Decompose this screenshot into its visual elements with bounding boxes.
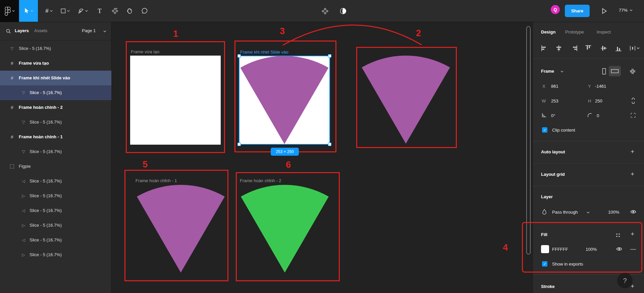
- h-field-label: H: [588, 98, 591, 103]
- frame-icon: #: [45, 8, 48, 14]
- layer-row[interactable]: ◁Slice - 5 (16.7%): [0, 203, 111, 218]
- align-left-icon[interactable]: [541, 45, 548, 51]
- layer-row[interactable]: Figpie: [0, 159, 111, 174]
- landscape-orientation-icon: [611, 69, 619, 73]
- component-tool[interactable]: [108, 0, 121, 22]
- rotation-field[interactable]: 0°: [551, 113, 555, 118]
- tab-design[interactable]: Design: [541, 29, 555, 34]
- chevron-down-icon: [587, 212, 590, 214]
- portrait-orientation-icon[interactable]: [602, 68, 606, 75]
- chevron-down-icon: [560, 71, 564, 73]
- selection-handle-se[interactable]: [328, 143, 331, 146]
- chevron-down-icon: [630, 9, 633, 11]
- align-top-icon[interactable]: [585, 45, 591, 52]
- layer-row[interactable]: ▽Slice - 5 (16.7%): [0, 115, 111, 130]
- slice-left-icon: ◁: [20, 203, 27, 218]
- divider: [533, 141, 644, 141]
- layer-row[interactable]: ▽Slice - 5 (16.7%): [0, 85, 111, 100]
- canvas-scrollbar[interactable]: [526, 26, 531, 254]
- layer-row[interactable]: #Frame hoàn chỉnh - 1: [0, 130, 111, 144]
- figma-logo-icon: [4, 6, 11, 16]
- comment-tool[interactable]: [138, 0, 151, 22]
- corner-radius-field[interactable]: 0: [597, 113, 599, 118]
- annotation-rect-5: [124, 170, 228, 281]
- rectangle-icon: [61, 8, 66, 13]
- text-icon: T: [98, 7, 102, 15]
- clip-content-checkbox[interactable]: ✓: [542, 127, 547, 133]
- quick-actions-button[interactable]: [318, 0, 332, 22]
- align-bottom-icon[interactable]: [615, 45, 622, 52]
- main-menu-button[interactable]: [0, 0, 19, 22]
- hand-icon: [126, 8, 132, 14]
- eye-icon[interactable]: [630, 210, 636, 214]
- distribute-menu-icon[interactable]: [630, 45, 640, 51]
- layer-row[interactable]: ▷Slice - 5 (16.7%): [0, 247, 111, 262]
- layer-row[interactable]: ▷Slice - 5 (16.7%): [0, 218, 111, 233]
- selection-type-dropdown[interactable]: Frame: [541, 69, 554, 74]
- selection-handle-sw[interactable]: [237, 143, 241, 146]
- annotation-rect-1: [126, 41, 225, 153]
- layer-row[interactable]: #Frame hoàn chỉnh - 2: [0, 100, 111, 115]
- contrast-toggle-button[interactable]: [336, 0, 350, 22]
- layer-name: Slice - 5 (16.7%): [30, 203, 62, 218]
- share-button[interactable]: Share: [565, 5, 590, 17]
- constrain-proportions-icon[interactable]: [631, 97, 636, 104]
- rectangle-tool[interactable]: [58, 0, 72, 22]
- chevron-down-icon: [67, 10, 70, 12]
- layer-row[interactable]: ◁Slice - 5 (16.7%): [0, 233, 111, 247]
- layer-row[interactable]: ▷Slice - 5 (16.7%): [0, 189, 111, 203]
- stroke-section-header: Stroke: [541, 284, 554, 289]
- search-icon[interactable]: [6, 29, 11, 34]
- add-layout-grid-button[interactable]: +: [631, 170, 634, 178]
- avatar[interactable]: Q: [551, 5, 560, 14]
- blend-mode-icon[interactable]: [542, 209, 547, 215]
- selection-handle-nw[interactable]: [237, 54, 241, 58]
- slice-right-icon: ▷: [20, 218, 27, 233]
- blend-mode-dropdown[interactable]: Pass through: [552, 210, 578, 215]
- layout-grid-header: Layout grid: [541, 172, 565, 177]
- align-right-icon[interactable]: [571, 45, 578, 51]
- align-horizontal-center-icon[interactable]: [555, 45, 562, 51]
- w-field[interactable]: 253: [551, 98, 558, 103]
- frame-tool[interactable]: #: [42, 0, 56, 22]
- selection-handle-ne[interactable]: [328, 54, 331, 58]
- divider: [533, 186, 644, 186]
- pen-tool[interactable]: [75, 0, 91, 22]
- layer-name: Slice - 5 (16.7%): [30, 247, 62, 262]
- annotation-rect-6: [236, 172, 340, 281]
- layer-name: Slice - 5 (16.7%): [30, 218, 62, 233]
- help-button[interactable]: ?: [617, 273, 633, 288]
- layer-row[interactable]: ◁Slice - 5 (16.7%): [0, 174, 111, 189]
- layer-row[interactable]: #Frame khi nhét Slide vào: [0, 71, 111, 85]
- rotation-icon: [542, 113, 547, 118]
- chevron-down-icon: [50, 10, 53, 12]
- page-selector[interactable]: Page 1: [82, 28, 96, 33]
- layer-row[interactable]: ▽Slice - 5 (16.7%): [0, 144, 111, 159]
- present-button[interactable]: [598, 0, 611, 22]
- tab-layers[interactable]: Layers: [15, 28, 29, 33]
- divider: [533, 163, 644, 163]
- layers-panel-header: Layers Assets Page 1: [0, 22, 111, 41]
- clip-content-label: Clip content: [552, 128, 575, 133]
- tab-prototype[interactable]: Prototype: [565, 29, 584, 34]
- y-field[interactable]: -1461: [595, 84, 606, 89]
- independent-corners-icon[interactable]: [630, 113, 636, 118]
- h-field[interactable]: 250: [595, 98, 602, 103]
- zoom-menu[interactable]: 77%: [619, 8, 633, 13]
- hand-tool[interactable]: [123, 0, 136, 22]
- text-tool[interactable]: T: [93, 0, 106, 22]
- align-vertical-center-icon[interactable]: [601, 45, 607, 52]
- slice-down-icon: ▽: [20, 115, 27, 130]
- x-field[interactable]: 861: [551, 84, 558, 89]
- tab-assets[interactable]: Assets: [34, 28, 47, 33]
- shrink-to-fit-icon[interactable]: [630, 68, 636, 74]
- move-tool[interactable]: [19, 0, 38, 22]
- layer-row[interactable]: #Frame vừa tạo: [0, 56, 111, 71]
- layer-row[interactable]: ▽Slice - 5 (16.7%): [0, 41, 111, 56]
- tab-inspect[interactable]: Inspect: [597, 29, 611, 34]
- layer-opacity-field[interactable]: 100%: [608, 210, 619, 215]
- chevron-down-icon: [85, 10, 88, 12]
- layer-name: Frame hoàn chỉnh - 2: [19, 100, 63, 115]
- contrast-icon: [340, 8, 346, 14]
- add-auto-layout-button[interactable]: +: [631, 148, 634, 155]
